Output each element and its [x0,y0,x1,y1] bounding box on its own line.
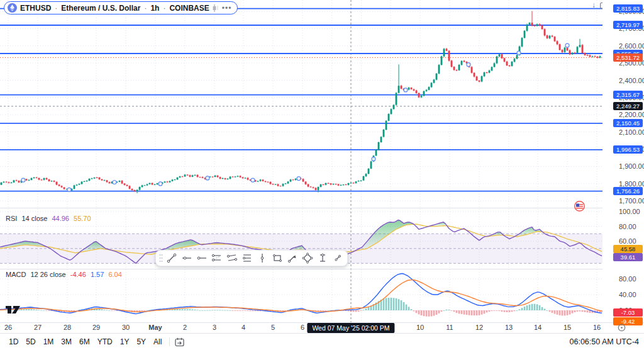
time-axis-label: 12 [475,324,483,331]
tool-rotated-rectangle[interactable] [300,251,315,266]
toolbar-divider [169,337,170,346]
pane-divider[interactable] [0,269,644,269]
cross-line-icon [332,252,343,264]
toolbar-drag-handle[interactable] [158,251,164,266]
price-level-chip: 2,150.45 [613,119,643,127]
macd-grid-label: 80.00 [619,275,636,283]
parallel-channel-icon [211,252,223,264]
symbol-interval[interactable]: 1h [150,4,159,13]
symbol-ticker: ETHUSD [20,4,51,13]
rsi-grid-label: 100.00 [619,208,640,215]
rotated-rectangle-icon [302,252,313,264]
tool-horizontal-line[interactable] [179,251,194,266]
candlestick-style-icon[interactable] [213,4,219,12]
tool-horizontal-ray[interactable] [194,251,209,266]
macd-params: 12 26 close [30,271,65,278]
range-all[interactable]: All [150,336,165,347]
time-axis-label: 5 [271,324,275,331]
macd-hist-value: -4.46 [70,271,86,278]
tool-parallel-channel[interactable] [209,251,225,266]
time-axis-label: 11 [446,324,453,331]
rsi-ma-chip: 45.58 [613,245,643,253]
time-axis-label: 3 [213,324,216,331]
timezone-settings-icon[interactable] [618,324,626,332]
price-level-chip: 2,719.97 [613,21,643,29]
vertical-line-icon [257,252,268,264]
chart-window: ETHUSD · Ethereum / U.S. Dollar · 1h · C… [0,0,644,350]
macd-indicator-header[interactable]: MACD 12 26 close -4.46 1.57 6.04 [6,271,125,278]
macd-hist-chip: -7.03 [613,308,643,317]
range-5d[interactable]: 5D [22,336,39,347]
tradingview-logo[interactable] [5,304,24,314]
time-axis-label: 4 [242,324,245,331]
rsi-grid-label: 60.00 [619,237,636,245]
macd-value: 1.57 [91,271,104,278]
price-level-chip: 2,315.67 [613,91,643,99]
price-level-chip: 2,815.83 [613,4,643,13]
tool-vertical-line[interactable] [255,251,270,266]
rsi-params: 14 close [21,215,47,222]
time-axis-label: 30 [122,324,130,331]
macd-signal-value: 6.04 [108,271,121,278]
tool-disjoint-channel[interactable] [225,251,240,266]
drag-dots-icon [159,254,163,262]
price-level-chip: 1,996.53 [613,145,643,154]
price-grid-label: 2,400.00 [619,77,644,84]
pane-divider[interactable] [0,208,644,208]
drawing-toolbar[interactable] [155,250,348,266]
price-grid-label: 2,200.00 [619,111,644,118]
crosshair-time-tooltip: Wed 07 May '25 02:00 PM [307,323,394,333]
long-position-icon [317,252,328,264]
horizontal-line-icon [181,252,192,264]
rsi-grid-label: 80.00 [619,223,636,230]
time-axis-label: 16 [593,324,601,331]
time-axis-label: 2 [183,324,187,331]
range-1d[interactable]: 1D [5,336,22,347]
symbol-description: Ethereum / U.S. Dollar [61,4,140,13]
rsi-title: RSI [6,215,17,222]
tool-cross-line[interactable] [330,251,345,266]
bottom-toolbar: 1D 5D 1M 3M 6M YTD 1Y 5Y All 06:06:50 AM… [0,333,644,350]
time-axis-label: 15 [564,324,571,331]
time-axis-label: 27 [34,324,42,331]
scroll-down-icon[interactable]: ↓ [592,1,596,9]
price-axis[interactable]: 2,800.002,700.002,600.002,500.002,400.00… [602,0,644,322]
range-3m[interactable]: 3M [57,336,75,347]
crosshair-price-chip: 2,249.27 [613,102,643,110]
price-grid-label: 2,600.00 [619,42,644,50]
range-1y[interactable]: 1Y [116,336,133,347]
rsi-value-chip: 39.61 [613,253,643,261]
tool-long-position[interactable] [315,251,330,266]
price-grid-label: 1,800.00 [619,180,644,188]
flat-top-bottom-icon [242,252,253,264]
time-axis-label: 26 [4,324,12,331]
tool-flat-top-bottom[interactable] [240,251,255,266]
tool-rectangle[interactable] [270,251,285,266]
arrow-icon [287,252,298,264]
range-ytd[interactable]: YTD [94,336,116,347]
more-options-button[interactable]: ••• [222,4,232,13]
clock-utc[interactable]: 06:06:50 AM UTC-4 [570,337,639,346]
us-flag-event-icon[interactable] [574,201,585,212]
range-5y[interactable]: 5Y [133,336,150,347]
rsi-indicator-header[interactable]: RSI 14 close 44.96 55.70 [6,215,94,222]
time-axis-label: May [148,324,162,331]
macd-title: MACD [6,271,26,278]
time-axis-label: 14 [534,324,541,331]
price-grid-label: 2,100.00 [619,128,644,136]
time-axis-label: 29 [92,324,100,331]
macd-grid-label: 40.00 [619,291,636,298]
time-axis[interactable]: Wed 07 May '25 02:00 PM 2627282930May234… [0,323,644,333]
tool-arrow[interactable] [285,251,300,266]
ethereum-icon [8,3,17,13]
time-axis-label: 6 [301,324,304,331]
trend-line-icon [166,252,177,264]
symbol-exchange: COINBASE [169,4,209,13]
price-grid-label: 1,700.00 [619,197,644,205]
tool-trend-line[interactable] [164,251,179,266]
range-6m[interactable]: 6M [75,336,94,347]
symbol-legend[interactable]: ETHUSD · Ethereum / U.S. Dollar · 1h · C… [4,1,238,14]
go-to-date-icon[interactable] [175,337,185,347]
range-1m[interactable]: 1M [40,336,58,347]
disjoint-channel-icon [226,252,238,264]
